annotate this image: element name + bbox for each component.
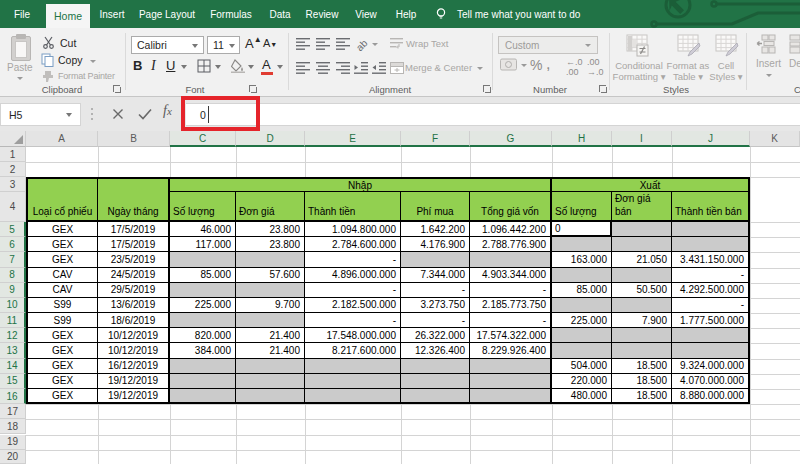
svg-text:ab: ab — [354, 37, 368, 51]
